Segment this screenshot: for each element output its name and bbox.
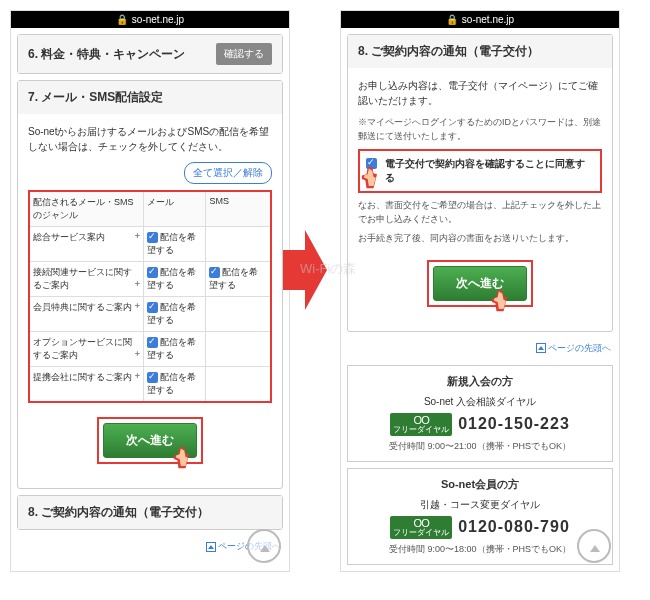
checkbox[interactable] xyxy=(147,232,158,243)
consent-checkbox[interactable] xyxy=(366,158,377,169)
expand-icon[interactable]: + xyxy=(135,349,140,359)
cell-mail[interactable]: 配信を希望する xyxy=(143,297,205,332)
s8-p4: お手続き完了後、同内容の書面をお送りいたします。 xyxy=(358,232,602,246)
row-name: オプションサービスに関するご案内+ xyxy=(29,332,143,367)
confirm-button[interactable]: 確認する xyxy=(216,43,272,65)
consent-row[interactable]: 電子交付で契約内容を確認することに同意する xyxy=(358,149,602,193)
cell-mail[interactable]: 配信を希望する xyxy=(143,227,205,262)
checkbox[interactable] xyxy=(209,267,220,278)
freedial-icon: OOフリーダイヤル xyxy=(390,516,452,539)
section-8-right: 8. ご契約内容の通知（電子交付） お申し込み内容は、電子交付（マイページ）にて… xyxy=(347,34,613,332)
pagetop-icon xyxy=(206,542,216,552)
row-name: 総合サービス案内+ xyxy=(29,227,143,262)
next-button-right[interactable]: 次へ進む xyxy=(433,266,527,301)
section-8-left-title: 8. ご契約内容の通知（電子交付） xyxy=(28,504,209,521)
next-button-left[interactable]: 次へ進む xyxy=(103,423,197,458)
contact-new-h: 新規入会の方 xyxy=(352,374,608,389)
pointer-hand-icon xyxy=(356,165,384,193)
section-6-title: 6. 料金・特典・キャンペーン xyxy=(28,46,185,63)
cell-mail[interactable]: 配信を希望する xyxy=(143,262,205,297)
contact-new: 新規入会の方 So-net 入会相談ダイヤル OOフリーダイヤル 0120-15… xyxy=(347,365,613,462)
consent-label: 電子交付で契約内容を確認することに同意する xyxy=(385,157,594,185)
tel-member[interactable]: 0120-080-790 xyxy=(458,518,570,536)
hours-new: 受付時間 9:00〜21:00（携帯・PHSでもOK） xyxy=(352,440,608,453)
s8-p2: ※マイページへログインするためのIDとパスワードは、別途郵送にて送付いたします。 xyxy=(358,116,602,143)
screen-left: 🔒so-net.ne.jp 6. 料金・特典・キャンペーン 確認する 7. メー… xyxy=(10,10,290,572)
cell-sms[interactable] xyxy=(206,367,271,403)
tel-new[interactable]: 0120-150-223 xyxy=(458,415,570,433)
lock-icon: 🔒 xyxy=(446,14,458,25)
cell-sms[interactable] xyxy=(206,227,271,262)
table-row: 提携会社に関するご案内+配信を希望する xyxy=(29,367,271,403)
delivery-table: 配信されるメール・SMSのジャンル メール SMS 総合サービス案内+配信を希望… xyxy=(28,190,272,403)
row-name: 提携会社に関するご案内+ xyxy=(29,367,143,403)
row-name: 会員特典に関するご案内+ xyxy=(29,297,143,332)
cell-mail[interactable]: 配信を希望する xyxy=(143,367,205,403)
th-sms: SMS xyxy=(206,191,271,227)
table-row: 会員特典に関するご案内+配信を希望する xyxy=(29,297,271,332)
checkbox[interactable] xyxy=(147,302,158,313)
pagetop-link-r[interactable]: ページの先頭へ xyxy=(548,343,611,353)
url-text: so-net.ne.jp xyxy=(132,14,184,25)
table-row: 総合サービス案内+配信を希望する xyxy=(29,227,271,262)
table-row: オプションサービスに関するご案内+配信を希望する xyxy=(29,332,271,367)
scroll-top-icon[interactable] xyxy=(577,529,611,563)
s8-p3: なお、書面交付をご希望の場合は、上記チェックを外した上でお申し込みください。 xyxy=(358,199,602,226)
url-bar-r: 🔒so-net.ne.jp xyxy=(341,11,619,28)
contact-member: So-net会員の方 引越・コース変更ダイヤル OOフリーダイヤル 0120-0… xyxy=(347,468,613,565)
section-7-desc: So-netからお届けするメールおよびSMSの配信を希望しない場合は、チェックを… xyxy=(28,124,272,154)
freedial-icon: OOフリーダイヤル xyxy=(390,413,452,436)
th-mail: メール xyxy=(143,191,205,227)
checkbox[interactable] xyxy=(147,372,158,383)
table-row: 接続関連サービスに関するご案内+配信を希望する配信を希望する xyxy=(29,262,271,297)
cell-sms[interactable] xyxy=(206,297,271,332)
url-text: so-net.ne.jp xyxy=(462,14,514,25)
cell-sms[interactable]: 配信を希望する xyxy=(206,262,271,297)
s8-p1: お申し込み内容は、電子交付（マイページ）にてご確認いただけます。 xyxy=(358,78,602,108)
section-7: 7. メール・SMS配信設定 So-netからお届けするメールおよびSMSの配信… xyxy=(17,80,283,489)
scroll-top-icon[interactable] xyxy=(247,529,281,563)
contact-member-sub: 引越・コース変更ダイヤル xyxy=(352,498,608,512)
expand-icon[interactable]: + xyxy=(135,301,140,311)
expand-icon[interactable]: + xyxy=(135,279,140,289)
checkbox[interactable] xyxy=(147,267,158,278)
row-name: 接続関連サービスに関するご案内+ xyxy=(29,262,143,297)
section-7-title: 7. メール・SMS配信設定 xyxy=(28,89,163,106)
hours-member: 受付時間 9:00〜18:00（携帯・PHSでもOK） xyxy=(352,543,608,556)
lock-icon: 🔒 xyxy=(116,14,128,25)
section-8-right-title: 8. ご契約内容の通知（電子交付） xyxy=(358,43,539,60)
screen-right: 🔒so-net.ne.jp 8. ご契約内容の通知（電子交付） お申し込み内容は… xyxy=(340,10,620,572)
contact-new-sub: So-net 入会相談ダイヤル xyxy=(352,395,608,409)
url-bar: 🔒so-net.ne.jp xyxy=(11,11,289,28)
section-8-left: 8. ご契約内容の通知（電子交付） xyxy=(17,495,283,530)
checkbox[interactable] xyxy=(147,337,158,348)
pagetop-icon xyxy=(536,343,546,353)
expand-icon[interactable]: + xyxy=(135,371,140,381)
toggle-all-button[interactable]: 全て選択／解除 xyxy=(184,162,272,184)
section-6: 6. 料金・特典・キャンペーン 確認する xyxy=(17,34,283,74)
contact-member-h: So-net会員の方 xyxy=(352,477,608,492)
th-genre: 配信されるメール・SMSのジャンル xyxy=(29,191,143,227)
cell-mail[interactable]: 配信を希望する xyxy=(143,332,205,367)
arrow-right-icon xyxy=(283,230,327,310)
expand-icon[interactable]: + xyxy=(135,231,140,241)
cell-sms[interactable] xyxy=(206,332,271,367)
